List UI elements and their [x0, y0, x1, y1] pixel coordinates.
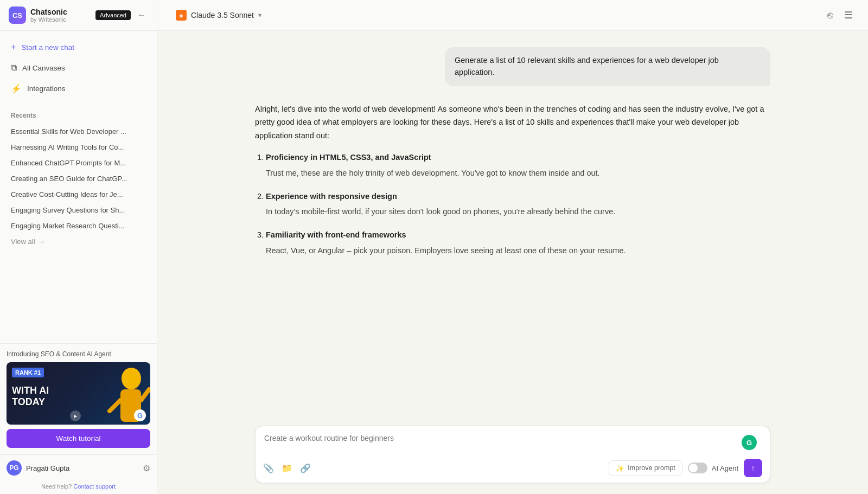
recent-item[interactable]: Harnessing AI Writing Tools for Co...	[4, 139, 152, 155]
attach-icon[interactable]: 📎	[263, 463, 274, 473]
main-header: ◈ Claude 3.5 Sonnet ▾ ⎋ ☰	[157, 0, 868, 31]
tutorial-thumbnail[interactable]: RANK #1 WITH AI TODAY G ▶	[7, 362, 150, 425]
sidebar: CS Chatsonic by Writesonic Advanced ← + …	[0, 0, 157, 494]
integrations-label: Integrations	[27, 85, 66, 93]
recent-item[interactable]: Engaging Market Research Questi...	[4, 218, 152, 234]
recent-item[interactable]: Engaging Survey Questions for Sh...	[4, 202, 152, 218]
model-name: Claude 3.5 Sonnet	[191, 11, 254, 20]
watch-tutorial-button[interactable]: Watch tutorial	[7, 429, 150, 448]
improve-prompt-button[interactable]: ✨ Improve prompt	[609, 460, 682, 476]
need-help-text: Need help? Contact support	[0, 481, 157, 494]
input-container: G 📎 📁 🔗 ✨ Improve prompt AI Agent	[255, 426, 770, 483]
improve-prompt-label: Improve prompt	[628, 464, 675, 472]
chat-input[interactable]	[264, 434, 742, 447]
rank-badge: RANK #1	[12, 368, 44, 377]
plan-badge: Advanced	[95, 10, 131, 20]
item-title: Familiarity with front-end frameworks	[266, 228, 770, 242]
user-message: Generate a list of 10 relevant skills an…	[255, 47, 770, 86]
model-icon: ◈	[176, 10, 187, 21]
input-row: G	[256, 426, 770, 455]
sidebar-item-integrations[interactable]: ⚡ Integrations	[4, 79, 152, 99]
list-item: Experience with responsive design In tod…	[266, 190, 770, 219]
logo-area: CS Chatsonic by Writesonic	[9, 7, 67, 24]
user-avatar: PG	[7, 460, 22, 476]
sparkle-icon: ✨	[616, 464, 624, 472]
sidebar-item-canvases[interactable]: ⧉ All Canvases	[4, 58, 152, 78]
thumbnail-text: WITH AI TODAY	[12, 385, 49, 408]
sidebar-footer: PG Pragati Gupta ⚙	[0, 454, 157, 481]
send-button[interactable]: ↑	[744, 459, 762, 477]
header-right: Advanced ←	[95, 8, 148, 22]
sidebar-toggle-button[interactable]: ☰	[842, 7, 855, 23]
recents-section: Recents Essential Skills for Web Develop…	[0, 105, 157, 343]
collapse-button[interactable]: ←	[135, 8, 148, 22]
recents-label: Recents	[4, 110, 152, 124]
logo-text: Chatsonic by Writesonic	[30, 8, 67, 23]
tutorial-intro-label: Introducing SEO & Content AI Agent	[7, 350, 150, 358]
user-name: Pragati Gupta	[26, 464, 69, 472]
user-bubble: Generate a list of 10 relevant skills an…	[445, 47, 770, 86]
view-all-button[interactable]: View all →	[4, 234, 152, 249]
toolbar-left: 📎 📁 🔗	[263, 463, 311, 473]
share-button[interactable]: ⎋	[825, 8, 835, 23]
sidebar-nav: + Start a new chat ⧉ All Canvases ⚡ Inte…	[0, 31, 157, 105]
input-area: G 📎 📁 🔗 ✨ Improve prompt AI Agent	[157, 417, 868, 494]
plug-icon: ⚡	[11, 84, 22, 94]
ai-agent-switch[interactable]	[688, 463, 707, 473]
ai-agent-label: AI Agent	[712, 464, 738, 472]
main-content: ◈ Claude 3.5 Sonnet ▾ ⎋ ☰ Generate a lis…	[157, 0, 868, 494]
writesonic-g-icon: G	[742, 435, 757, 450]
tutorial-section: Introducing SEO & Content AI Agent RANK …	[0, 343, 157, 454]
item-desc: In today's mobile-first world, if your s…	[266, 205, 770, 219]
model-selector[interactable]: ◈ Claude 3.5 Sonnet ▾	[170, 7, 267, 24]
recent-item[interactable]: Creative Cost-Cutting Ideas for Je...	[4, 187, 152, 202]
new-chat-label: Start a new chat	[21, 43, 74, 52]
item-desc: React, Vue, or Angular – pick your poiso…	[266, 244, 770, 258]
svg-line-2	[110, 400, 120, 411]
item-desc: Trust me, these are the holy trinity of …	[266, 166, 770, 180]
new-chat-button[interactable]: + Start a new chat	[4, 37, 152, 57]
thumbnail-content: RANK #1 WITH AI TODAY G ▶	[7, 362, 150, 425]
app-by: by Writesonic	[30, 16, 67, 23]
recent-item[interactable]: Creating an SEO Guide for ChatGP...	[4, 171, 152, 187]
arrow-right-icon: →	[39, 238, 46, 246]
sidebar-header: CS Chatsonic by Writesonic Advanced ←	[0, 0, 157, 31]
recent-item[interactable]: Enhanced ChatGPT Prompts for M...	[4, 155, 152, 171]
list-item: Familiarity with front-end frameworks Re…	[266, 228, 770, 257]
ai-intro-text: Alright, let's dive into the world of we…	[255, 102, 770, 143]
contact-support-link[interactable]: Contact support	[73, 483, 116, 490]
app-name: Chatsonic	[30, 8, 67, 16]
input-toolbar: 📎 📁 🔗 ✨ Improve prompt AI Agent ↑	[256, 455, 770, 483]
view-all-label: View all	[11, 238, 35, 246]
canvases-label: All Canvases	[22, 64, 65, 72]
list-item: Proficiency in HTML5, CSS3, and JavaScri…	[266, 151, 770, 179]
settings-icon[interactable]: ⚙	[143, 463, 150, 473]
ai-response: Alright, let's dive into the world of we…	[255, 102, 770, 258]
ai-message: Alright, let's dive into the world of we…	[255, 102, 770, 258]
chevron-down-icon: ▾	[258, 11, 261, 19]
plus-icon: +	[11, 42, 16, 52]
layers-icon: ⧉	[11, 63, 17, 73]
google-icon: G	[134, 409, 146, 421]
chat-area: Generate a list of 10 relevant skills an…	[157, 31, 868, 417]
item-title: Proficiency in HTML5, CSS3, and JavaScri…	[266, 151, 770, 164]
ai-agent-toggle: AI Agent	[688, 463, 738, 473]
folder-icon[interactable]: 📁	[282, 463, 292, 473]
link-icon[interactable]: 🔗	[300, 463, 311, 473]
svg-line-3	[141, 389, 149, 400]
user-area: PG Pragati Gupta	[7, 460, 69, 476]
logo-icon: CS	[9, 7, 26, 24]
header-actions: ⎋ ☰	[825, 7, 855, 23]
skills-list: Proficiency in HTML5, CSS3, and JavaScri…	[255, 151, 770, 257]
item-title: Experience with responsive design	[266, 190, 770, 203]
svg-point-0	[122, 368, 141, 389]
toolbar-right: ✨ Improve prompt AI Agent ↑	[609, 459, 762, 477]
play-icon: ▶	[70, 410, 81, 421]
recent-item[interactable]: Essential Skills for Web Developer ...	[4, 124, 152, 139]
